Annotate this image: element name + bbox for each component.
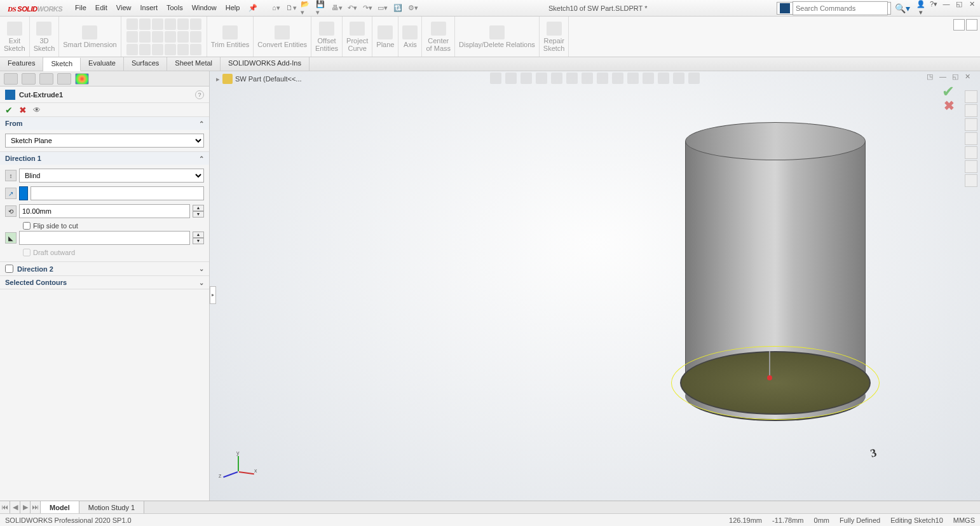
qa-open-icon[interactable]: 📂▾ [301,3,312,14]
pm-help-icon[interactable]: ? [195,90,204,99]
minimize-icon[interactable]: — [942,0,951,17]
help-icon[interactable]: ?▾ [929,0,938,17]
hu-view-settings-icon[interactable] [627,73,639,84]
menu-pin-icon[interactable]: 📌 [248,4,257,12]
depth-spinner[interactable]: ▲▼ [193,205,204,218]
tp-view-palette-icon[interactable] [965,146,977,159]
pm-dir1-header[interactable]: Direction 1⌃ [0,152,209,165]
spinner-up-icon[interactable]: ▲ [193,232,204,238]
ribbon-project[interactable]: Project Curve [343,17,372,57]
sketch-circle[interactable] [671,346,880,420]
search-input[interactable] [793,1,888,15]
pm-tab-appearance-icon[interactable] [75,73,89,85]
draft-spinner[interactable]: ▲▼ [193,232,204,244]
status-units[interactable]: MMGS [953,516,975,524]
selection-focus[interactable] [19,186,28,200]
hu-zoom-fit-icon[interactable] [490,73,501,84]
menu-window[interactable]: Window [192,4,217,12]
model-cylinder[interactable]: 3 [680,122,871,421]
btab-last-icon[interactable]: ⏭ [31,501,41,513]
vp-min-icon[interactable]: — [939,73,948,81]
hu-section-icon[interactable] [536,73,547,84]
vp-close-icon[interactable]: ✕ [965,73,974,81]
hu-prev-view-icon[interactable] [521,73,532,84]
orientation-triad[interactable]: y x z [222,456,254,488]
tp-appearances-icon[interactable] [965,160,977,173]
panel-expand-handle[interactable]: ▸ [210,286,216,304]
btab-prev-icon[interactable]: ◀ [10,501,20,513]
cancel-feature-icon[interactable]: ✖ [944,98,955,113]
ribbon-convert[interactable]: Convert Entities [254,17,311,57]
restore-icon[interactable]: ◱ [955,0,963,17]
pm-direction-input[interactable] [31,186,204,200]
ribbon-smart-dimension[interactable]: Smart Dimension [59,17,121,57]
pm-tab-config-icon[interactable] [39,73,53,85]
flip-side-checkbox[interactable]: Flip side to cut [23,222,204,230]
pm-dir2-header[interactable]: Direction 2⌄ [0,262,209,275]
qa-redo-icon[interactable]: ↷▾ [362,3,373,14]
qa-home-icon[interactable]: ⌂▾ [270,3,282,14]
breadcrumb-part[interactable]: SW Part (Default<<... [235,75,302,83]
search-commands-box[interactable] [777,2,891,15]
tp-custom-props-icon[interactable] [965,174,977,187]
reverse-direction-icon[interactable]: ↕ [5,170,17,181]
hu-edit-appearance-icon[interactable] [597,73,608,84]
qa-rebuild-icon[interactable]: 🔃 [392,3,404,14]
pm-ok-icon[interactable]: ✔ [5,105,13,115]
bottom-tab-motion[interactable]: Motion Study 1 [79,501,144,513]
ribbon-more-icon[interactable] [966,19,977,31]
login-icon[interactable]: 👤▾ [916,0,925,17]
vp-popout-icon[interactable]: ◳ [927,73,936,81]
breadcrumb-expand-icon[interactable]: ▸ [216,75,220,83]
tab-addins[interactable]: SOLIDWORKS Add-Ins [221,57,310,71]
hu-more3-icon[interactable] [673,73,684,84]
ribbon-trim[interactable]: Trim Entities [207,17,254,57]
tab-evaluate[interactable]: Evaluate [81,57,124,71]
qa-options-icon[interactable]: ⚙▾ [407,3,419,14]
spinner-down-icon[interactable]: ▼ [193,211,204,218]
draft-icon[interactable]: ◣ [5,232,17,244]
pm-tab-property-icon[interactable] [22,73,36,85]
pm-tab-dimxpert-icon[interactable] [57,73,71,85]
spinner-up-icon[interactable]: ▲ [193,205,204,211]
ribbon-plane[interactable]: Plane [372,17,398,57]
spinner-down-icon[interactable]: ▼ [193,238,204,244]
extrude-arrow-icon[interactable] [769,351,770,377]
pm-depth-input[interactable] [19,204,190,218]
graphics-viewport[interactable]: ▸ SW Part (Default<<... ◳ — ◱ ✕ ✔ [210,71,980,501]
ribbon-display-delete[interactable]: Display/Delete Relations [455,17,540,57]
cylinder-top-face[interactable] [685,122,866,160]
menu-file[interactable]: File [75,4,86,12]
vp-max-icon[interactable]: ◱ [952,73,961,81]
dir2-enable-checkbox[interactable] [5,265,13,273]
pm-selc-header[interactable]: Selected Contours⌄ [0,276,209,289]
ribbon-center-mass[interactable]: Center of Mass [422,17,455,57]
btab-next-icon[interactable]: ▶ [20,501,31,513]
search-icon[interactable]: 🔍▾ [895,3,910,13]
ribbon-expand-icon[interactable] [953,19,965,31]
hu-more4-icon[interactable] [688,73,700,84]
menu-tools[interactable]: Tools [167,4,183,12]
menu-help[interactable]: Help [226,4,240,12]
pm-draft-input[interactable] [19,231,190,245]
ribbon-3d-sketch[interactable]: 3D Sketch [30,17,60,57]
qa-print-icon[interactable]: 🖶▾ [331,3,343,14]
close-icon[interactable]: ✕ [967,0,976,17]
pm-cancel-icon[interactable]: ✖ [19,105,27,115]
tp-home-icon[interactable] [965,90,977,103]
menu-insert[interactable]: Insert [140,4,158,12]
btab-first-icon[interactable]: ⏮ [0,501,10,513]
tab-sheetmetal[interactable]: Sheet Metal [167,57,221,71]
direction-vector-icon[interactable]: ↗ [5,188,17,199]
tab-surfaces[interactable]: Surfaces [124,57,167,71]
hu-view-orient-icon[interactable] [551,73,562,84]
ribbon-axis[interactable]: Axis [398,17,422,57]
ribbon-exit-sketch[interactable]: Exit Sketch [0,17,30,57]
ribbon-sketch-tools[interactable] [121,17,207,57]
qa-select-icon[interactable]: ▭▾ [377,3,388,14]
qa-new-icon[interactable]: 🗋▾ [285,3,297,14]
hu-more2-icon[interactable] [658,73,669,84]
pm-end-condition-select[interactable]: Blind [19,169,204,183]
pm-tab-feature-icon[interactable] [4,73,18,85]
qa-undo-icon[interactable]: ↶▾ [346,3,358,14]
